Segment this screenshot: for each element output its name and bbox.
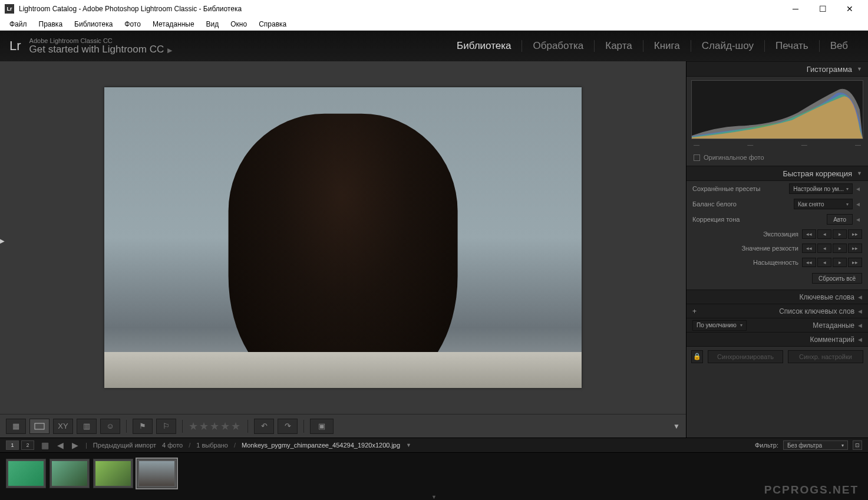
module-map[interactable]: Карта xyxy=(595,40,643,52)
wb-select[interactable]: Как снято▾ xyxy=(794,199,853,209)
saturation-label: Насыщенность xyxy=(692,259,798,266)
slideshow-play-button[interactable]: ▣ xyxy=(310,419,334,434)
flag-reject-button[interactable]: ⚐ xyxy=(156,419,176,434)
compare-view-button[interactable]: XY xyxy=(53,419,73,434)
survey-view-button[interactable]: ▥ xyxy=(77,419,97,434)
clarity-big-down[interactable]: ◂◂ xyxy=(802,244,816,253)
menu-library[interactable]: Библиотека xyxy=(68,19,118,29)
nav-forward-icon[interactable]: ▶ xyxy=(71,440,80,450)
grid-view-button[interactable]: ▦ xyxy=(6,419,26,434)
thumbnail-4[interactable] xyxy=(137,459,177,488)
saturation-down[interactable]: ◂ xyxy=(817,258,831,267)
source-crumb[interactable]: Предыдущий импорт xyxy=(93,442,156,449)
thumbnail-2[interactable] xyxy=(49,459,90,488)
tone-collapse-icon[interactable]: ◂ xyxy=(856,215,862,223)
people-view-button[interactable]: ☺ xyxy=(100,419,120,434)
exposure-steppers: ◂◂ ◂ ▸ ▸▸ xyxy=(802,229,862,239)
thumbnail-3[interactable] xyxy=(93,459,133,488)
module-library[interactable]: Библиотека xyxy=(446,40,522,52)
add-keyword-icon[interactable]: + xyxy=(692,307,697,315)
menu-view[interactable]: Вид xyxy=(200,19,225,29)
filter-lock-icon[interactable]: ⊡ xyxy=(853,440,862,450)
toolbar-menu-icon[interactable]: ▼ xyxy=(673,422,680,430)
saturation-steppers: ◂◂ ◂ ▸ ▸▸ xyxy=(802,258,862,267)
dropdown-icon: ▾ xyxy=(841,443,844,448)
grid-jump-icon[interactable]: ▦ xyxy=(40,440,50,450)
wb-collapse-icon[interactable]: ◂ xyxy=(856,200,862,208)
rotate-ccw-button[interactable]: ↶ xyxy=(254,419,274,434)
filter-select[interactable]: Без фильтра▾ xyxy=(783,440,848,450)
clarity-up[interactable]: ▸ xyxy=(833,244,847,253)
exposure-label: Экспозиция xyxy=(692,231,798,238)
expand-left-panel-icon[interactable]: ▶ xyxy=(0,238,5,244)
comments-header[interactable]: Комментарий ◀ xyxy=(687,332,868,346)
clip-2[interactable]: — xyxy=(747,142,753,148)
exposure-big-down[interactable]: ◂◂ xyxy=(802,229,816,239)
module-book[interactable]: Книга xyxy=(643,40,691,52)
maximize-button[interactable]: ☐ xyxy=(809,0,836,18)
menu-file[interactable]: Файл xyxy=(4,19,33,29)
screen-1-button[interactable]: 1 xyxy=(6,440,19,450)
minimize-button[interactable]: ─ xyxy=(782,0,809,18)
menu-metadata[interactable]: Метаданные xyxy=(147,19,200,29)
module-slideshow[interactable]: Слайд-шоу xyxy=(691,40,765,52)
module-web[interactable]: Веб xyxy=(820,40,859,52)
metadata-mode-select[interactable]: По умолчанию▾ xyxy=(692,320,747,331)
menu-window[interactable]: Окно xyxy=(225,19,253,29)
filmstrip[interactable] xyxy=(0,453,868,494)
exposure-down[interactable]: ◂ xyxy=(817,229,831,239)
clarity-big-up[interactable]: ▸▸ xyxy=(848,244,862,253)
auto-tone-button[interactable]: Авто xyxy=(827,214,853,225)
exposure-big-up[interactable]: ▸▸ xyxy=(848,229,862,239)
filmstrip-collapse-grip[interactable]: ▼ xyxy=(0,494,868,500)
saturation-big-down[interactable]: ◂◂ xyxy=(802,258,816,267)
comments-title: Комментарий xyxy=(810,335,854,344)
preset-select[interactable]: Настройки по ум...▾ xyxy=(789,183,853,194)
rotate-cw-button[interactable]: ↷ xyxy=(278,419,298,434)
preset-label: Сохранённые пресеты xyxy=(692,185,786,192)
menu-photo[interactable]: Фото xyxy=(118,19,147,29)
filename: Monkeys_pygmy_chimpanzee_454294_1920x120… xyxy=(242,442,400,449)
selected-count: 1 выбрано xyxy=(196,442,228,449)
filename-dropdown-icon[interactable]: ▼ xyxy=(406,442,411,448)
brand-line2[interactable]: Get started with Lightroom CC xyxy=(29,44,164,55)
nav-back-icon[interactable]: ◀ xyxy=(56,440,65,450)
sync-settings-button[interactable]: Синхр. настройки xyxy=(788,350,863,363)
brand-tag: Adobe Lightroom Classic CC Get started w… xyxy=(29,37,173,55)
module-print[interactable]: Печать xyxy=(765,40,820,52)
sync-button[interactable]: Синхронизировать xyxy=(708,350,783,363)
rating-stars[interactable]: ★★★★★ xyxy=(189,420,242,433)
quick-develop-header[interactable]: Быстрая коррекция ▼ xyxy=(687,166,868,181)
saturation-up[interactable]: ▸ xyxy=(833,258,847,267)
saturation-big-up[interactable]: ▸▸ xyxy=(848,258,862,267)
menu-edit[interactable]: Правка xyxy=(33,19,69,29)
brand-area: Lr Adobe Lightroom Classic CC Get starte… xyxy=(9,37,172,55)
histogram[interactable] xyxy=(691,80,863,139)
close-button[interactable]: ✕ xyxy=(836,0,863,18)
clip-highlight[interactable]: — xyxy=(855,142,861,148)
brand-dropdown-icon[interactable]: ▶ xyxy=(167,47,172,54)
keyword-list-header[interactable]: + Список ключевых слов ◀ xyxy=(687,304,868,318)
clip-shadow[interactable]: — xyxy=(694,142,699,148)
preset-collapse-icon[interactable]: ◂ xyxy=(856,185,862,193)
header: Lr Adobe Lightroom Classic CC Get starte… xyxy=(0,31,868,61)
reset-all-button[interactable]: Сбросить всё xyxy=(812,273,862,284)
module-develop[interactable]: Обработка xyxy=(522,40,595,52)
clarity-down[interactable]: ◂ xyxy=(817,244,831,253)
flag-pick-button[interactable]: ⚑ xyxy=(133,419,153,434)
preset-row: Сохранённые пресеты Настройки по ум...▾ … xyxy=(687,181,868,196)
reset-row: Сбросить всё xyxy=(687,269,868,290)
loupe-view-button[interactable] xyxy=(29,419,49,434)
photo-preview[interactable] xyxy=(104,87,582,388)
histogram-header[interactable]: Гистограмма ▼ xyxy=(687,61,868,77)
metadata-header[interactable]: По умолчанию▾ Метаданные ◀ xyxy=(687,318,868,332)
menu-help[interactable]: Справка xyxy=(253,19,292,29)
exposure-up[interactable]: ▸ xyxy=(833,229,847,239)
screen-2-button[interactable]: 2 xyxy=(21,440,34,450)
keywords-header[interactable]: Ключевые слова ◀ xyxy=(687,290,868,304)
filter-area: Фильтр: Без фильтра▾ ⊡ xyxy=(755,440,862,450)
original-photo-checkbox[interactable] xyxy=(694,154,700,161)
thumbnail-1[interactable] xyxy=(6,459,46,488)
clip-3[interactable]: — xyxy=(801,142,807,148)
auto-sync-lock-icon[interactable]: 🔒 xyxy=(691,350,703,363)
